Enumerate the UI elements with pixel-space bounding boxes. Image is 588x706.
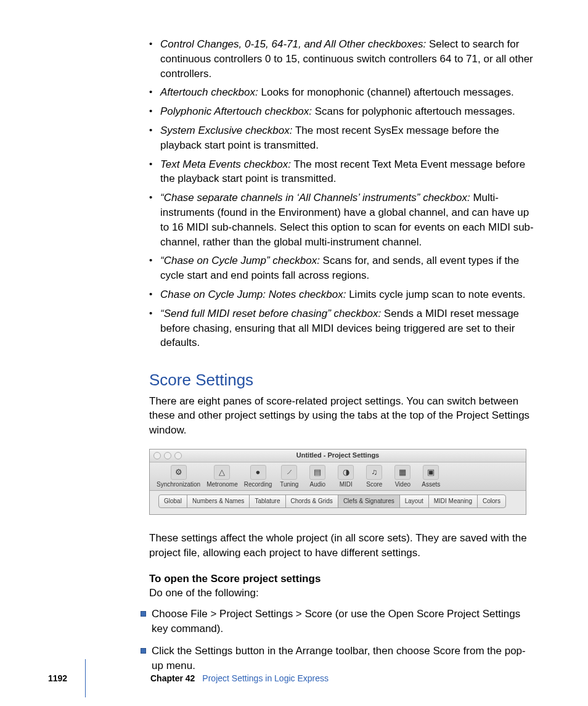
tab-colors[interactable]: Colors <box>477 495 506 508</box>
definition-text: Limits cycle jump scan to note events. <box>346 289 525 300</box>
assets-icon: ▣ <box>423 465 439 480</box>
audio-icon: ▤ <box>309 465 325 480</box>
definition-item: System Exclusive checkbox: The most rece… <box>149 123 536 153</box>
step-item: Choose File > Project Settings > Score (… <box>141 607 536 636</box>
toolbar-label: Metronome <box>206 480 238 489</box>
definition-term: “Send full MIDI reset before chasing” ch… <box>160 308 381 319</box>
toolbar-label: MIDI <box>340 480 353 489</box>
definition-item: Control Changes, 0-15, 64-71, and All Ot… <box>149 37 536 81</box>
definition-term: Aftertouch checkbox: <box>160 86 258 98</box>
video-icon: ▦ <box>394 465 410 480</box>
definition-item: Aftertouch checkbox: Looks for monophoni… <box>149 85 536 100</box>
definition-text: Scans for polyphonic aftertouch messages… <box>312 105 515 117</box>
page-footer: 1192 Chapter 42 Project Settings in Logi… <box>48 673 588 685</box>
definition-item: Chase on Cycle Jump: Notes checkbox: Lim… <box>149 287 536 302</box>
after-window-text: These settings affect the whole project … <box>149 531 536 560</box>
definition-term: Text Meta Events checkbox: <box>160 158 291 170</box>
window-titlebar: Untitled - Project Settings <box>150 449 526 462</box>
definition-item: Polyphonic Aftertouch checkbox: Scans fo… <box>149 104 536 119</box>
synchronization-icon: ⚙ <box>171 465 187 480</box>
tab-midi-meaning[interactable]: MIDI Meaning <box>428 495 478 508</box>
toolbar-item-recording[interactable]: ●Recording <box>242 465 274 489</box>
definition-item: Text Meta Events checkbox: The most rece… <box>149 157 536 187</box>
tab-numbers-names[interactable]: Numbers & Names <box>187 495 250 508</box>
toolbar-label: Tuning <box>280 480 298 489</box>
toolbar-label: Recording <box>244 480 272 489</box>
tab-global[interactable]: Global <box>158 495 187 508</box>
window-title: Untitled - Project Settings <box>150 451 526 460</box>
definition-item: “Send full MIDI reset before chasing” ch… <box>149 306 536 350</box>
toolbar-label: Score <box>366 480 382 489</box>
step-item: Click the Settings button in the Arrange… <box>141 644 536 673</box>
chapter-title: Project Settings in Logic Express <box>202 673 329 685</box>
toolbar-item-tuning[interactable]: ⟋Tuning <box>276 465 302 489</box>
toolbar-item-audio[interactable]: ▤Audio <box>304 465 330 489</box>
chapter-label: Chapter 42 <box>150 673 195 685</box>
definition-term: Polyphonic Aftertouch checkbox: <box>160 105 312 117</box>
midi-icon: ◑ <box>338 465 354 480</box>
recording-icon: ● <box>250 465 266 480</box>
definition-term: “Chase separate channels in ‘All Channel… <box>160 192 470 203</box>
steps-list: Choose File > Project Settings > Score (… <box>141 607 536 673</box>
toolbar-item-midi[interactable]: ◑MIDI <box>333 465 359 489</box>
score-tabstrip: GlobalNumbers & NamesTablatureChords & G… <box>158 495 517 508</box>
toolbar-label: Synchronization <box>157 480 200 489</box>
section-heading: Score Settings <box>149 369 536 391</box>
toolbar-item-synchronization[interactable]: ⚙Synchronization <box>155 465 202 489</box>
toolbar-item-video[interactable]: ▦Video <box>390 465 415 489</box>
score-icon: ♫ <box>366 465 382 480</box>
window-toolbar: ⚙Synchronization△Metronome●Recording⟋Tun… <box>150 462 526 491</box>
tab-layout[interactable]: Layout <box>399 495 429 508</box>
footer-divider <box>85 659 86 697</box>
definition-text: Looks for monophonic (channel) aftertouc… <box>258 86 514 98</box>
do-one-of: Do one of the following: <box>149 586 536 601</box>
definition-term: Control Changes, 0-15, 64-71, and All Ot… <box>160 38 426 50</box>
definition-term: “Chase on Cycle Jump” checkbox: <box>160 255 320 266</box>
metronome-icon: △ <box>214 465 230 480</box>
definition-term: System Exclusive checkbox: <box>160 125 292 136</box>
toolbar-item-metronome[interactable]: △Metronome <box>205 465 240 489</box>
section-intro: There are eight panes of score-related p… <box>149 394 536 438</box>
tab-tablature[interactable]: Tablature <box>249 495 285 508</box>
toolbar-label: Assets <box>422 480 440 489</box>
definition-item: “Chase separate channels in ‘All Channel… <box>149 191 536 249</box>
toolbar-item-score[interactable]: ♫Score <box>361 465 387 489</box>
checkbox-definitions-list: Control Changes, 0-15, 64-71, and All Ot… <box>149 37 536 350</box>
definition-term: Chase on Cycle Jump: Notes checkbox: <box>160 289 346 300</box>
subhead: To open the Score project settings <box>149 572 536 586</box>
tab-chords-grids[interactable]: Chords & Grids <box>285 495 338 508</box>
project-settings-window: Untitled - Project Settings ⚙Synchroniza… <box>149 449 526 515</box>
toolbar-label: Video <box>395 480 410 489</box>
toolbar-label: Audio <box>310 480 326 489</box>
toolbar-item-assets[interactable]: ▣Assets <box>418 465 444 489</box>
tab-clefs-signatures[interactable]: Clefs & Signatures <box>338 495 400 508</box>
definition-item: “Chase on Cycle Jump” checkbox: Scans fo… <box>149 253 536 283</box>
tuning-icon: ⟋ <box>281 465 297 480</box>
